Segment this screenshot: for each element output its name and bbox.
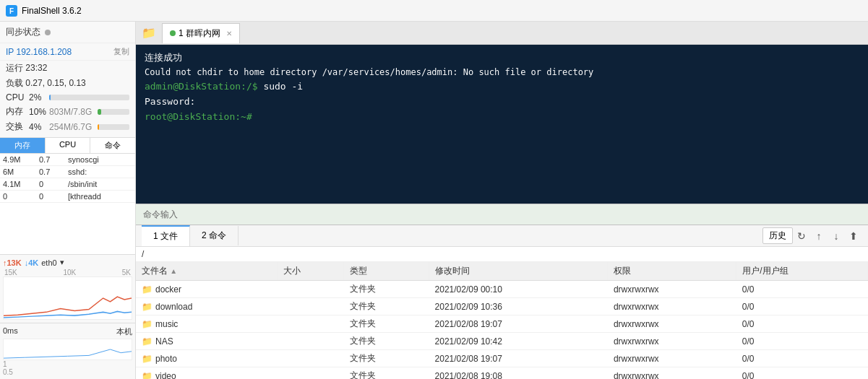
file-name-cell: 📁NAS: [136, 333, 277, 350]
file-name-cell: 📁photo: [136, 350, 277, 367]
history-button[interactable]: 历史: [762, 227, 793, 244]
mem-bar-fill: [98, 109, 100, 115]
running-time: 运行 23:32: [0, 61, 135, 76]
upload2-icon[interactable]: ⬆: [845, 227, 862, 245]
file-type-cell: 文件夹: [344, 298, 429, 315]
col-perms[interactable]: 权限: [608, 262, 736, 281]
proc-cpu: 0.7: [39, 155, 68, 164]
table-row[interactable]: 📁photo 文件夹 2021/02/08 19:07 drwxrwxrwx 0…: [136, 350, 868, 367]
col-size[interactable]: 大小: [277, 262, 344, 281]
file-size-cell: [277, 298, 344, 315]
process-item[interactable]: 4.9M 0.7 synoscgi: [0, 154, 135, 166]
file-type-cell: 文件夹: [344, 315, 429, 333]
mem-bar-bg: [98, 109, 129, 115]
file-modified-cell: 2021/02/09 00:10: [429, 281, 608, 298]
table-row[interactable]: 📁music 文件夹 2021/02/08 19:07 drwxrwxrwx 0…: [136, 315, 868, 333]
cmd-input-bar: 命令输入: [136, 204, 868, 225]
file-type-cell: 文件夹: [344, 333, 429, 350]
file-perms-cell: drwxrwxrwx: [608, 350, 736, 367]
mem-label: 内存: [6, 105, 26, 118]
mem-usage: 803M/7.8G: [49, 107, 92, 117]
file-size-cell: [277, 333, 344, 350]
swap-usage: 254M/6.7G: [49, 122, 92, 132]
file-type-cell: 文件夹: [344, 350, 429, 367]
file-size-cell: [277, 350, 344, 367]
proc-name: [kthreadd: [68, 192, 132, 201]
file-perms-cell: drwxrwxrwx: [608, 298, 736, 315]
swap-row: 交换 4% 254M/6.7G: [0, 119, 135, 134]
terminal-line-1: 连接成功: [145, 51, 859, 66]
file-area: 1 文件 2 命令 历史 ↻ ↑ ↓ ⬆ / 文件名 ▲ 大小 类型: [136, 225, 868, 379]
tab-status-dot: [170, 30, 176, 36]
network-header: ↑13K ↓4K eth0 ▾: [3, 258, 132, 267]
tab-command[interactable]: 命令: [90, 138, 135, 153]
table-row[interactable]: 📁video 文件夹 2021/02/08 19:08 drwxrwxrwx 0…: [136, 367, 868, 380]
mem-percent: 10%: [29, 107, 46, 117]
copy-ip-button[interactable]: 复制: [113, 46, 129, 57]
file-perms-cell: drwxrwxrwx: [608, 315, 736, 333]
file-perms-cell: drwxrwxrwx: [608, 333, 736, 350]
proc-mem: 6M: [3, 167, 39, 176]
proc-cpu: 0: [39, 192, 68, 201]
file-name-cell: 📁docker: [136, 281, 277, 298]
tab-cpu[interactable]: CPU: [46, 138, 91, 153]
latency-graph: [3, 339, 132, 360]
terminal[interactable]: 连接成功 Could not chdir to home directory /…: [136, 45, 868, 204]
proc-name: synoscgi: [68, 155, 132, 164]
sync-dot: [45, 30, 51, 35]
swap-percent: 4%: [29, 122, 46, 132]
latency-host: 本机: [116, 326, 132, 337]
file-tabs: 1 文件 2 命令 历史 ↻ ↑ ↓ ⬆: [136, 225, 868, 247]
file-perms-cell: drwxrwxrwx: [608, 367, 736, 380]
file-perms-cell: drwxrwxrwx: [608, 281, 736, 298]
cpu-row: CPU 2%: [0, 91, 135, 104]
terminal-line-4: Password:: [145, 95, 859, 110]
proc-mem: 0: [3, 192, 39, 201]
table-row[interactable]: 📁docker 文件夹 2021/02/09 00:10 drwxrwxrwx …: [136, 281, 868, 298]
table-row[interactable]: 📁download 文件夹 2021/02/09 10:36 drwxrwxrw…: [136, 298, 868, 315]
process-item[interactable]: 6M 0.7 sshd:: [0, 166, 135, 178]
folder-icon[interactable]: 📁: [139, 23, 159, 43]
proc-mem: 4.1M: [3, 180, 39, 188]
left-panel: 同步状态 IP 192.168.1.208 复制 运行 23:32 负载 0.2…: [0, 22, 136, 379]
main-layout: 同步状态 IP 192.168.1.208 复制 运行 23:32 负载 0.2…: [0, 22, 868, 379]
latency-labels: 1 0.5: [3, 360, 132, 376]
col-owner[interactable]: 用户/用户组: [736, 262, 868, 281]
cpu-bar-fill: [49, 95, 51, 100]
tab-close-icon[interactable]: ✕: [226, 30, 232, 38]
file-owner-cell: 0/0: [736, 281, 868, 298]
col-filename[interactable]: 文件名 ▲: [136, 262, 277, 281]
file-modified-cell: 2021/02/08 19:08: [429, 367, 608, 380]
network-graph: [3, 276, 132, 320]
col-modified[interactable]: 修改时间: [429, 262, 608, 281]
latency-header: 0ms 本机: [3, 326, 132, 337]
cpu-bar-bg: [49, 95, 129, 100]
tab-memory[interactable]: 内存: [0, 138, 46, 153]
file-modified-cell: 2021/02/08 19:07: [429, 350, 608, 367]
net-y-labels: 15K 10K 5K: [3, 269, 132, 276]
file-owner-cell: 0/0: [736, 367, 868, 380]
table-row[interactable]: 📁NAS 文件夹 2021/02/09 10:42 drwxrwxrwx 0/0: [136, 333, 868, 350]
upload-icon[interactable]: ↑: [810, 227, 828, 245]
refresh-icon[interactable]: ↻: [793, 227, 810, 245]
process-item[interactable]: 4.1M 0 /sbin/init: [0, 178, 135, 191]
file-name-cell: 📁video: [136, 367, 277, 380]
file-tab-files[interactable]: 1 文件: [142, 225, 190, 246]
network-section: ↑13K ↓4K eth0 ▾ 15K 10K 5K: [0, 254, 135, 323]
terminal-tab[interactable]: 1 群晖内网 ✕: [162, 23, 240, 43]
cpu-value: 2%: [29, 92, 46, 103]
file-owner-cell: 0/0: [736, 315, 868, 333]
process-list: 4.9M 0.7 synoscgi 6M 0.7 sshd: 4.1M 0 /s…: [0, 154, 135, 254]
svg-text:F: F: [9, 7, 14, 15]
title-bar: F FinalShell 3.6.2: [0, 0, 868, 22]
file-modified-cell: 2021/02/08 19:07: [429, 315, 608, 333]
file-name-cell: 📁download: [136, 298, 277, 315]
tab-label: 1 群晖内网: [179, 27, 220, 40]
col-type[interactable]: 类型: [344, 262, 429, 281]
chevron-down-icon[interactable]: ▾: [60, 258, 64, 267]
latency-value: 0ms: [3, 326, 18, 337]
download-icon[interactable]: ↓: [828, 227, 845, 245]
file-tab-command[interactable]: 2 命令: [190, 226, 239, 245]
cmd-input-label: 命令输入: [143, 209, 178, 221]
process-item[interactable]: 0 0 [kthreadd: [0, 191, 135, 203]
